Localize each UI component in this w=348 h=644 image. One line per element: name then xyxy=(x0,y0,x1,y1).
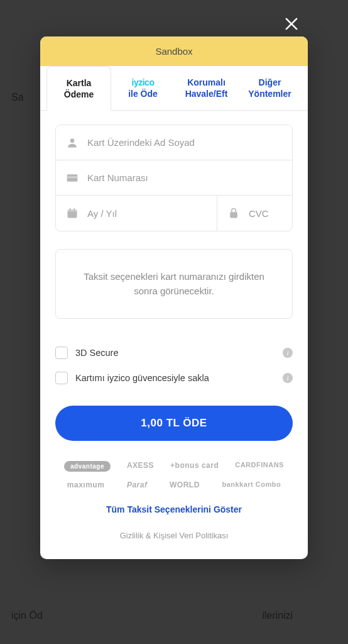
logo-bankkart: bankkart Combo xyxy=(222,480,281,489)
cardholder-name-input[interactable] xyxy=(87,137,282,148)
card-number-input[interactable] xyxy=(87,172,282,183)
save-card-checkbox[interactable] xyxy=(55,372,68,384)
save-card-row: Kartımı iyzico güvencesiyle sakla i xyxy=(55,365,293,391)
tab-other-methods[interactable]: DiğerYöntemler xyxy=(238,66,302,110)
lock-icon xyxy=(227,207,240,219)
svg-rect-4 xyxy=(67,176,78,178)
svg-rect-8 xyxy=(74,208,75,211)
svg-point-2 xyxy=(70,138,75,143)
logo-axess: AXESS xyxy=(127,461,154,472)
info-icon[interactable]: i xyxy=(283,373,293,383)
tab-card-payment[interactable]: KartlaÖdeme xyxy=(46,66,111,111)
tab-bank-transfer[interactable]: KorumalıHavale/Eft xyxy=(175,66,238,110)
info-icon[interactable]: i xyxy=(283,348,293,358)
secure3d-label: 3D Secure xyxy=(75,348,283,358)
cardholder-name-field[interactable] xyxy=(56,125,292,160)
calendar-icon xyxy=(66,207,79,219)
logo-bonus: +bonus card xyxy=(170,461,219,472)
expiry-input[interactable] xyxy=(87,208,207,219)
svg-rect-9 xyxy=(230,212,237,218)
privacy-policy-link[interactable]: Gizlilik & Kişisel Veri Politikası xyxy=(55,531,293,540)
logo-advantage: advantage xyxy=(64,461,111,472)
cvc-input[interactable] xyxy=(249,208,293,219)
logo-paraf: Paraf xyxy=(127,480,148,489)
payment-modal: Sandbox KartlaÖdeme iyzicoile Öde Koruma… xyxy=(40,36,308,559)
svg-rect-6 xyxy=(68,209,77,211)
save-card-label: Kartımı iyzico güvencesiyle sakla xyxy=(75,373,283,383)
secure3d-checkbox[interactable] xyxy=(55,347,68,359)
card-brand-logos: advantage AXESS +bonus card CARDFINANS m… xyxy=(55,461,293,489)
logo-cardfinans: CARDFINANS xyxy=(235,461,284,472)
background-text-fragment: için Öd . ilerinizi xyxy=(0,610,348,621)
logo-maximum: maxımum xyxy=(67,480,105,489)
logo-world: WORLD xyxy=(170,480,200,489)
person-icon xyxy=(66,136,79,149)
svg-rect-7 xyxy=(70,208,71,211)
card-number-field[interactable] xyxy=(56,160,292,196)
card-fields-group xyxy=(55,125,293,231)
close-icon[interactable] xyxy=(283,15,300,33)
payment-tabs: KartlaÖdeme iyzicoile Öde KorumalıHavale… xyxy=(40,66,308,111)
show-all-installments-link[interactable]: Tüm Taksit Seçeneklerini Göster xyxy=(55,504,293,514)
background-text-fragment: Sa xyxy=(11,92,24,103)
expiry-field[interactable] xyxy=(56,196,217,231)
cvc-field[interactable] xyxy=(217,196,293,231)
modal-header: Sandbox xyxy=(40,36,308,66)
card-icon xyxy=(66,172,79,184)
tab-iyzico-pay[interactable]: iyzicoile Öde xyxy=(111,66,175,110)
installment-info-box: Taksit seçenekleri kart numaranızı girdi… xyxy=(55,249,293,319)
pay-button[interactable]: 1,00 TL ÖDE xyxy=(55,406,293,441)
secure3d-row: 3D Secure i xyxy=(55,340,293,365)
